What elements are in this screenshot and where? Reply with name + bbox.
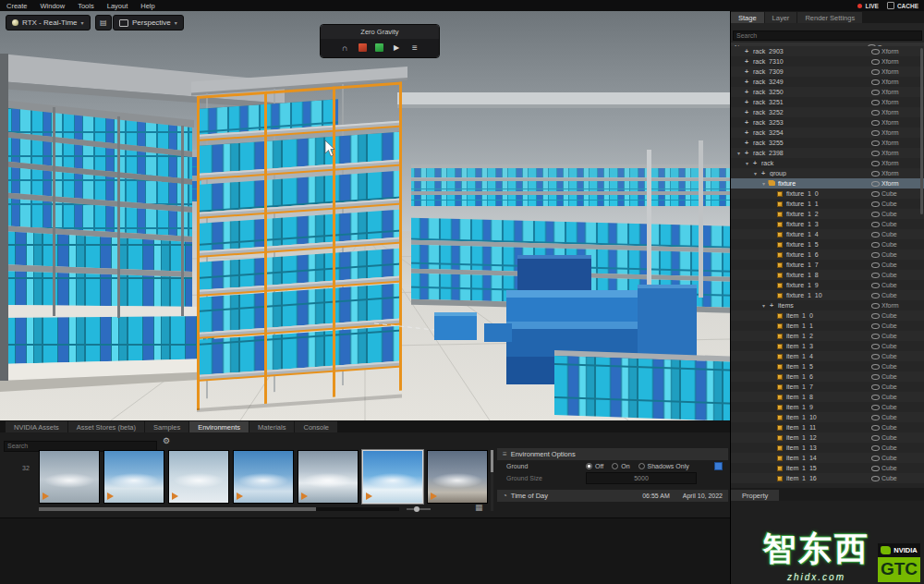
visibility-eye-icon[interactable] [869,59,881,65]
stage-row-item_1_3[interactable]: item_1_3Cube [731,341,924,351]
visibility-eye-icon[interactable] [869,405,881,410]
visibility-eye-icon[interactable] [869,364,881,370]
stage-row-fixture[interactable]: ▾fixtureXform [731,178,924,189]
visibility-eye-icon[interactable] [869,293,881,298]
stage-row-item_1_11[interactable]: item_1_11Cube [731,422,924,432]
visibility-eye-icon[interactable] [869,120,881,126]
environment-thumbnail-sky_1[interactable] [39,450,100,504]
play-icon[interactable] [366,493,372,500]
environment-thumbnail-sky_3[interactable] [168,450,229,504]
visibility-eye-icon[interactable] [869,456,881,461]
stage-row-group[interactable]: ▾groupXform [731,168,924,178]
stage-row-rack_3249[interactable]: rack_3249Xform [731,77,924,87]
tab-nvidia-assets[interactable]: NVIDIA Assets [6,421,67,432]
visibility-eye-icon[interactable] [869,395,881,400]
stage-row-item_1_7[interactable]: item_1_7Cube [731,382,924,392]
stage-scrollbar[interactable] [920,48,923,214]
visibility-eye-icon[interactable] [869,374,881,380]
visibility-eye-icon[interactable] [869,181,881,187]
stage-row-rack_3251[interactable]: rack_3251Xform [731,97,924,107]
ground-option-off[interactable]: Off [586,463,603,469]
expand-arrow-icon[interactable]: ▾ [744,160,750,166]
stage-row-fixture_1_0[interactable]: fixture_1_0Cube [731,189,924,199]
zero-gravity-panel[interactable]: Zero Gravity [320,24,440,58]
play-icon[interactable] [237,493,243,500]
visibility-eye-icon[interactable] [869,90,881,95]
stage-row-item_1_5[interactable]: item_1_5Cube [731,361,924,371]
stage-row-item_1_1[interactable]: item_1_1Cube [731,321,924,331]
visibility-eye-icon[interactable] [869,110,881,116]
visibility-eye-icon[interactable] [869,476,881,481]
stage-row-rack_3250[interactable]: rack_3250Xform [731,87,924,97]
menu-icon[interactable] [410,43,420,53]
expand-arrow-icon[interactable]: ▾ [736,150,742,156]
play-icon[interactable] [301,493,308,500]
visibility-eye-icon[interactable] [869,344,881,349]
tab-asset-stores-beta-[interactable]: Asset Stores (beta) [68,421,144,432]
visibility-eye-icon[interactable] [869,100,881,105]
stage-row-item_1_10[interactable]: item_1_10Cube [731,412,924,422]
environment-thumbnail-sky_5[interactable] [298,450,359,504]
play-icon[interactable] [107,493,114,500]
visibility-eye-icon[interactable] [869,262,881,268]
visibility-eye-icon[interactable] [869,201,881,207]
visibility-eye-icon[interactable] [869,222,881,227]
visibility-eye-icon[interactable] [869,415,881,420]
environment-thumbnail-sky_7[interactable] [427,450,488,504]
visibility-eye-icon[interactable] [869,273,881,278]
stage-row-rack_3253[interactable]: rack_3253Xform [731,117,924,128]
expand-arrow-icon[interactable]: ▾ [760,302,767,309]
stage-row-fixture_1_9[interactable]: fixture_1_9Cube [731,280,924,290]
stage-row-fixture_1_4[interactable]: fixture_1_4Cube [731,229,924,239]
ground-checkbox[interactable] [714,462,723,470]
stage-row-rack_2903[interactable]: rack_2903Xform [731,46,924,56]
visibility-eye-icon[interactable] [869,140,881,146]
visibility-eye-icon[interactable] [869,435,881,441]
ground-option-on[interactable]: On [612,463,629,469]
visibility-eye-icon[interactable] [869,79,881,85]
stage-row-rack_3254[interactable]: rack_3254Xform [731,128,924,138]
stage-row-item_1_13[interactable]: item_1_13Cube [731,443,924,453]
stage-row-fixture_1_2[interactable]: fixture_1_2Cube [731,209,924,219]
stage-row-item_1_12[interactable]: item_1_12Cube [731,432,924,443]
stage-row-rack_7309[interactable]: rack_7309Xform [731,67,924,77]
menu-item-layout[interactable]: Layout [101,2,135,10]
stage-row-item_1_0[interactable]: item_1_0Cube [731,310,924,321]
play-icon[interactable] [172,493,178,500]
time-of-day-header[interactable]: ◔ Time of Day 06:55 AM April 10, 2022 [497,490,728,502]
stage-row-rack_3255[interactable]: rack_3255Xform [731,138,924,148]
visibility-eye-icon[interactable] [869,313,881,319]
visibility-eye-icon[interactable] [869,49,881,55]
visibility-eye-icon[interactable] [869,242,881,248]
visibility-eye-icon[interactable] [869,130,881,136]
stage-row-item_1_16[interactable]: item_1_16Cube [731,473,924,483]
menu-item-window[interactable]: Window [34,2,72,10]
magnet-icon[interactable] [340,43,350,53]
environment-thumbnail-sky_4[interactable] [233,450,294,504]
visibility-eye-icon[interactable] [869,232,881,237]
environment-options-header[interactable]: ≡ Environment Options [497,448,728,460]
stage-row-fixture_1_3[interactable]: fixture_1_3Cube [731,219,924,229]
visibility-eye-icon[interactable] [869,303,881,309]
green-cube-icon[interactable] [375,43,383,52]
menu-item-help[interactable]: Help [134,2,161,10]
viewport-3d[interactable]: RTX - Real-Time ▾ ▤ Perspective ▾ Zero G… [0,11,730,420]
visibility-eye-icon[interactable] [869,191,881,197]
camera-dropdown[interactable]: Perspective ▾ [113,15,184,30]
stage-row-item_1_6[interactable]: item_1_6Cube [731,371,924,382]
stage-row-item_1_15[interactable]: item_1_15Cube [731,463,924,473]
viewport-3d-scene[interactable] [0,11,730,420]
visibility-eye-icon[interactable] [869,466,881,471]
menu-item-tools[interactable]: Tools [71,2,101,10]
tab-layer[interactable]: Layer [765,12,797,23]
stage-row-fixture_1_6[interactable]: fixture_1_6Cube [731,249,924,260]
visibility-eye-icon[interactable] [869,171,881,176]
visibility-eye-icon[interactable] [869,354,881,359]
stage-row-fixture_1_1[interactable]: fixture_1_1Cube [731,199,924,209]
tab-stage[interactable]: Stage [731,12,764,23]
visibility-eye-icon[interactable] [869,425,881,431]
visibility-eye-icon[interactable] [869,151,881,156]
expand-arrow-icon[interactable]: ▾ [760,180,767,187]
tab-console[interactable]: Console [295,421,337,432]
grid-view-icon[interactable]: ▦ [475,503,483,512]
